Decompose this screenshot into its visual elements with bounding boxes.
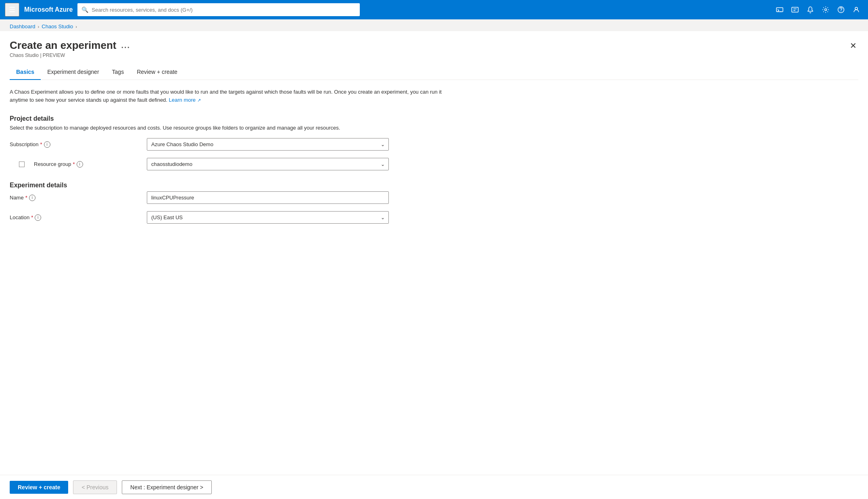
location-select[interactable]: (US) East US(US) West US(Europe) West Eu… [147,211,389,224]
experiment-details-title: Experiment details [10,182,858,189]
hamburger-menu-button[interactable]: ☰ [5,3,19,17]
learn-more-link[interactable]: Learn more ↗ [169,97,201,103]
resource-group-control: chaosstudiodemo ⌄ [147,158,389,170]
location-required: * [31,214,33,220]
search-icon: 🔍 [81,6,88,13]
tab-basics[interactable]: Basics [10,65,41,80]
subscription-info-icon[interactable]: i [44,141,50,148]
topnav: ☰ Microsoft Azure 🔍 [0,0,868,19]
page-title-area: Create an experiment ... Chaos Studio | … [10,39,130,58]
settings-button[interactable] [819,4,833,16]
subscription-select[interactable]: Azure Chaos Studio Demo [147,138,389,151]
svg-point-8 [855,7,858,10]
resource-group-checkbox[interactable] [19,161,25,167]
cloud-shell-button[interactable] [773,4,787,16]
breadcrumb: Dashboard › Chaos Studio › [0,19,868,31]
breadcrumb-sep-1: › [38,24,40,29]
location-info-icon[interactable]: i [35,214,41,221]
svg-point-7 [841,11,841,12]
footer-bar: Review + create < Previous Next : Experi… [0,475,868,486]
page-title-row: Create an experiment ... [10,39,130,52]
location-label: Location * i [10,214,147,221]
resource-group-required: * [73,161,75,167]
subscription-row: Subscription * i Azure Chaos Studio Demo… [10,138,858,151]
name-info-icon[interactable]: i [29,195,35,201]
account-button[interactable] [849,4,863,16]
topnav-icons [773,4,863,16]
breadcrumb-sep-2: › [75,24,77,29]
directory-button[interactable] [788,4,802,16]
description-text: A Chaos Experiment allows you to define … [10,88,453,104]
tabs-bar: Basics Experiment designer Tags Review +… [10,65,858,80]
breadcrumb-dashboard[interactable]: Dashboard [10,23,35,29]
breadcrumb-chaos-studio[interactable]: Chaos Studio [42,23,73,29]
notifications-button[interactable] [803,4,817,16]
subscription-control: Azure Chaos Studio Demo ⌄ [147,138,389,151]
next-button[interactable]: Next : Experiment designer > [122,480,212,487]
name-control [147,191,389,204]
main-content: Create an experiment ... Chaos Studio | … [0,31,868,486]
subscription-required: * [40,141,42,147]
tab-tags[interactable]: Tags [106,65,131,80]
brand-logo: Microsoft Azure [24,6,73,13]
name-label: Name * i [10,195,147,201]
resource-group-select[interactable]: chaosstudiodemo [147,158,389,170]
tab-review-create[interactable]: Review + create [130,65,184,80]
page-title-text: Create an experiment [10,39,116,52]
project-details-section: Project details Select the subscription … [10,115,858,170]
resource-group-label: Resource group * i [34,161,147,168]
close-button[interactable]: ✕ [848,39,858,52]
project-details-title: Project details [10,115,858,122]
resource-group-select-wrapper: chaosstudiodemo ⌄ [147,158,389,170]
location-row: Location * i (US) East US(US) West US(Eu… [10,211,858,224]
name-required: * [25,195,27,201]
subscription-label: Subscription * i [10,141,147,148]
review-create-button[interactable]: Review + create [10,481,68,487]
svg-rect-2 [792,7,798,12]
svg-point-5 [825,9,827,11]
svg-rect-0 [776,8,783,12]
previous-button[interactable]: < Previous [73,480,117,487]
name-row: Name * i [10,191,858,204]
page-subtitle: Chaos Studio | PREVIEW [10,52,130,58]
search-input[interactable] [92,7,356,13]
resource-group-info-icon[interactable]: i [77,161,83,168]
subscription-select-wrapper: Azure Chaos Studio Demo ⌄ [147,138,389,151]
location-control: (US) East US(US) West US(Europe) West Eu… [147,211,389,224]
page-header: Create an experiment ... Chaos Studio | … [10,39,858,58]
page-title-ellipsis[interactable]: ... [121,41,130,50]
tab-experiment-designer[interactable]: Experiment designer [41,65,105,80]
name-input[interactable] [147,191,389,204]
project-details-desc: Select the subscription to manage deploy… [10,125,858,131]
resource-group-checkbox-area [10,161,34,167]
experiment-details-section: Experiment details Name * i Location * i… [10,182,858,224]
resource-group-row: Resource group * i chaosstudiodemo ⌄ [10,158,858,170]
search-bar: 🔍 [77,3,360,16]
location-select-wrapper: (US) East US(US) West US(Europe) West Eu… [147,211,389,224]
help-button[interactable] [834,4,848,16]
